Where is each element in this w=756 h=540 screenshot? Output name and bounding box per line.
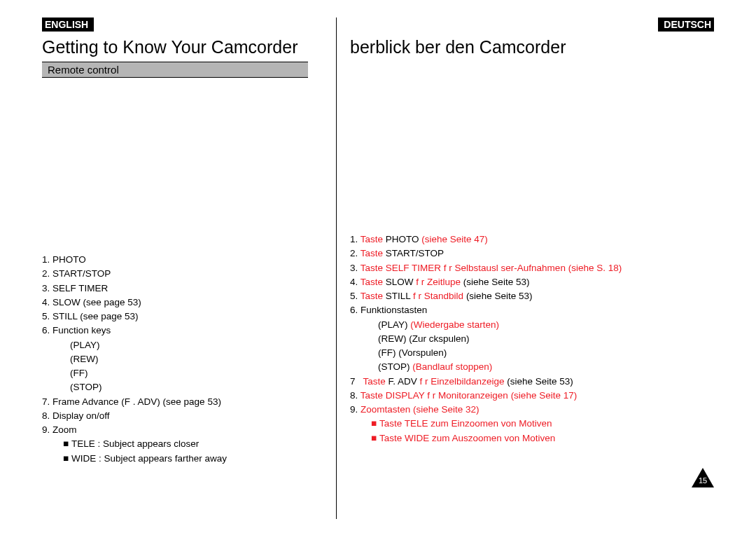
list-english: 1. PHOTO 2. START/STOP 3. SELF TIMER 4. … bbox=[42, 253, 308, 466]
square-bullet-icon: ■ bbox=[371, 418, 379, 429]
list-item: 2. START/STOP bbox=[42, 267, 308, 281]
function-key: (FF) bbox=[42, 366, 308, 380]
zoom-bullet: ■ WIDE : Subject appears farther away bbox=[42, 452, 308, 466]
list-item: 3. SELF TIMER bbox=[42, 282, 308, 296]
column-divider bbox=[336, 18, 337, 519]
list-item: 4. Taste SLOW f r Zeitlupe (siehe Seite … bbox=[350, 275, 714, 289]
function-key: (REW) bbox=[42, 352, 308, 366]
subheading-remote-control: Remote control bbox=[42, 62, 308, 78]
function-key: (FF) (Vorspulen) bbox=[350, 346, 714, 360]
zoom-bullet: ■ TELE : Subject appears closer bbox=[42, 437, 308, 451]
list-item: 5. STILL (see page 53) bbox=[42, 310, 308, 324]
list-item: 1. PHOTO bbox=[42, 253, 308, 267]
zoom-bullet: ■ Taste TELE zum Einzoomen von Motiven bbox=[350, 417, 714, 431]
list-item: 9. Zoomtasten (siehe Seite 32) bbox=[350, 403, 714, 417]
function-key: (STOP) (Bandlauf stoppen) bbox=[350, 360, 714, 374]
list-item: 5. Taste STILL f r Standbild (siehe Seit… bbox=[350, 289, 714, 303]
list-deutsch: 1. Taste PHOTO (siehe Seite 47) 2. Taste… bbox=[350, 233, 714, 445]
heading-deutsch: berblick ber den Camcorder bbox=[350, 37, 714, 57]
page-number: 15 bbox=[692, 476, 714, 485]
square-bullet-icon: ■ bbox=[63, 453, 71, 464]
column-deutsch: DEUTSCH berblick ber den Camcorder 1. Ta… bbox=[329, 18, 714, 526]
function-key: (STOP) bbox=[42, 380, 308, 394]
list-item: 8. Taste DISPLAY f r Monitoranzeigen (si… bbox=[350, 389, 714, 403]
column-english: ENGLISH Getting to Know Your Camcorder R… bbox=[42, 18, 329, 526]
list-item: 7. Frame Advance (F . ADV) (see page 53) bbox=[42, 395, 308, 409]
square-bullet-icon: ■ bbox=[63, 438, 71, 449]
list-item: 8. Display on/off bbox=[42, 409, 308, 423]
zoom-bullet: ■ Taste WIDE zum Auszoomen von Motiven bbox=[350, 431, 714, 445]
language-badge-english: ENGLISH bbox=[42, 18, 94, 32]
list-item: 1. Taste PHOTO (siehe Seite 47) bbox=[350, 233, 714, 247]
list-item: 7 Taste F. ADV f r Einzelbildanzeige (si… bbox=[350, 375, 714, 389]
list-item: 9. Zoom bbox=[42, 423, 308, 437]
heading-english: Getting to Know Your Camcorder bbox=[42, 37, 308, 57]
list-item: 2. Taste START/STOP bbox=[350, 247, 714, 261]
manual-page: ENGLISH Getting to Know Your Camcorder R… bbox=[0, 0, 756, 540]
list-item: 3. Taste SELF TIMER f r Selbstausl ser-A… bbox=[350, 261, 714, 275]
list-item: 4. SLOW (see page 53) bbox=[42, 296, 308, 310]
function-key: (REW) (Zur ckspulen) bbox=[350, 332, 714, 346]
function-key: (PLAY) bbox=[42, 338, 308, 352]
list-item: 6. Funktionstasten bbox=[350, 303, 714, 317]
language-badge-deutsch: DEUTSCH bbox=[658, 18, 714, 32]
function-key: (PLAY) (Wiedergabe starten) bbox=[350, 318, 714, 332]
square-bullet-icon: ■ bbox=[371, 433, 379, 443]
list-item: 6. Function keys bbox=[42, 324, 308, 338]
